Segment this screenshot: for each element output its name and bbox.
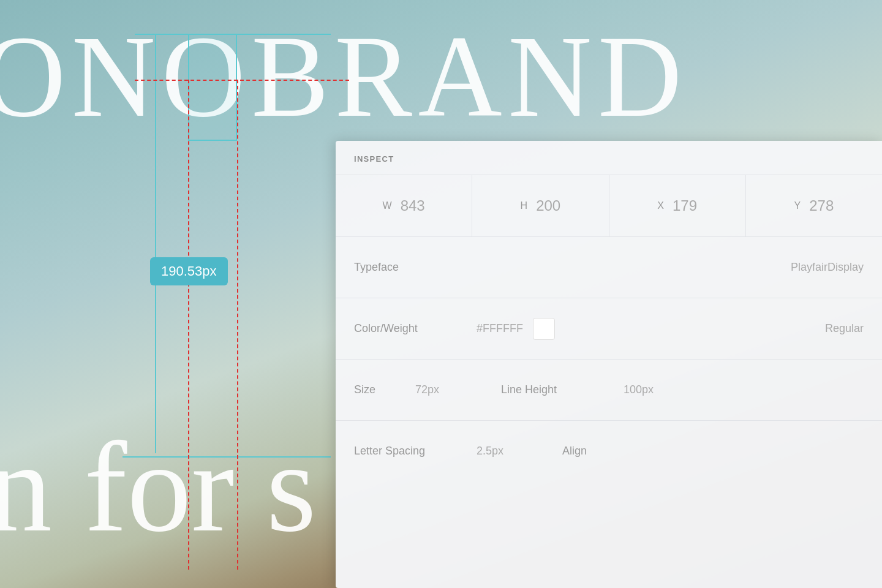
selection-box — [188, 34, 237, 141]
width-cell: W 843 — [336, 175, 472, 236]
canvas-big-text: ONOBRAND — [0, 18, 688, 135]
y-cell: Y 278 — [746, 175, 882, 236]
color-swatch — [533, 318, 555, 340]
lineheight-value: 100px — [624, 383, 654, 396]
inspect-panel: INSPECT W 843 H 200 X 179 Y 278 Typeface… — [336, 141, 882, 588]
color-hex: #FFFFFF — [477, 322, 523, 335]
red-dashed-line-right — [237, 80, 238, 570]
colorweight-label: Color/Weight — [354, 322, 477, 335]
x-label: X — [657, 200, 664, 211]
dimensions-row: W 843 H 200 X 179 Y 278 — [336, 175, 882, 236]
measurement-tooltip: 190.53px — [150, 257, 228, 285]
red-dashed-line-horizontal — [135, 80, 349, 81]
letterspacing-label: Letter Spacing — [354, 445, 477, 458]
h-label: H — [521, 200, 528, 211]
letterspacing-value: 2.5px — [477, 445, 562, 458]
y-value: 278 — [809, 197, 834, 214]
colorweight-row: Color/Weight #FFFFFF Regular — [336, 298, 882, 359]
typeface-label: Typeface — [354, 261, 399, 274]
size-label: Size — [354, 383, 415, 396]
letterspacing-row: Letter Spacing 2.5px Align — [336, 420, 882, 481]
font-weight: Regular — [825, 322, 864, 335]
vertical-measurement-line — [155, 34, 156, 453]
typeface-row: Typeface PlayfairDisplay — [336, 236, 882, 298]
inspect-header: INSPECT — [336, 141, 882, 175]
canvas-bottom-text: n for s — [0, 423, 317, 551]
size-value: 72px — [415, 383, 501, 396]
w-label: W — [383, 200, 392, 211]
lineheight-label: Line Height — [501, 383, 624, 396]
red-dashed-line-left — [188, 80, 189, 570]
h-value: 200 — [536, 197, 560, 214]
align-label: Align — [562, 445, 587, 458]
size-row: Size 72px Line Height 100px — [336, 359, 882, 420]
height-cell: H 200 — [472, 175, 609, 236]
x-cell: X 179 — [609, 175, 746, 236]
x-value: 179 — [673, 197, 697, 214]
y-label: Y — [794, 200, 801, 211]
horizontal-mid-line — [123, 456, 331, 458]
w-value: 843 — [401, 197, 425, 214]
typeface-value: PlayfairDisplay — [791, 261, 864, 274]
